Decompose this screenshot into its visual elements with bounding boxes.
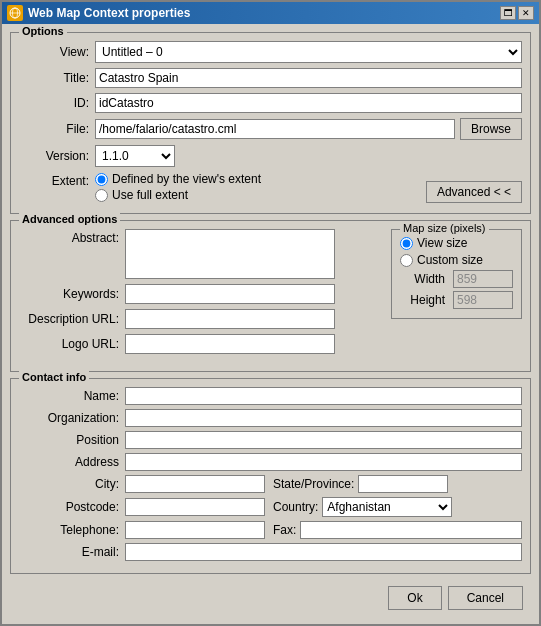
postcode-row: Postcode: Country: Afghanistan Albania A… [19,497,522,517]
extent-radio-view-input[interactable] [95,173,108,186]
keywords-input[interactable] [125,284,335,304]
description-url-input[interactable] [125,309,335,329]
telephone-input[interactable] [125,521,265,539]
custom-size-radio[interactable] [400,254,413,267]
cancel-button[interactable]: Cancel [448,586,523,610]
postcode-input[interactable] [125,498,265,516]
state-label: State/Province: [273,477,354,491]
extent-row: Extent: Defined by the view's extent Use… [19,172,426,202]
abstract-row: Abstract: [19,229,381,279]
view-row: View: Untitled – 0 [19,41,522,63]
name-label: Name: [19,389,119,403]
organization-row: Organization: [19,409,522,427]
name-row: Name: [19,387,522,405]
extent-radio-view[interactable]: Defined by the view's extent [95,172,426,186]
extent-option1-label: Defined by the view's extent [112,172,261,186]
address-row: Address [19,453,522,471]
height-row: Height [400,291,513,309]
position-label: Position [19,433,119,447]
view-select[interactable]: Untitled – 0 [95,41,522,63]
city-row: City: State/Province: [19,475,522,493]
extent-radio-full-input[interactable] [95,189,108,202]
contact-info-label: Contact info [19,371,89,383]
restore-button[interactable]: 🗖 [500,6,516,20]
title-bar-controls: 🗖 ✕ [500,6,534,20]
file-input[interactable] [95,119,455,139]
title-input[interactable] [95,68,522,88]
advanced-options-group: Advanced options Abstract: Keywords: Des… [10,220,531,372]
telephone-row: Telephone: Fax: [19,521,522,539]
width-label: Width [400,272,445,286]
close-button[interactable]: ✕ [518,6,534,20]
address-input[interactable] [125,453,522,471]
extent-label: Extent: [19,172,89,188]
telephone-label: Telephone: [19,523,119,537]
abstract-textarea[interactable] [125,229,335,279]
browse-button[interactable]: Browse [460,118,522,140]
options-group: Options View: Untitled – 0 Title: ID: Fi… [10,32,531,214]
logo-url-label: Logo URL: [19,337,119,351]
file-label: File: [19,122,89,136]
contact-info-group: Contact info Name: Organization: Positio… [10,378,531,574]
width-row: Width [400,270,513,288]
view-size-radio[interactable] [400,237,413,250]
logo-url-input[interactable] [125,334,335,354]
email-row: E-mail: [19,543,522,561]
window-title: Web Map Context properties [28,6,190,20]
view-label: View: [19,45,89,59]
title-row: Title: [19,68,522,88]
organization-label: Organization: [19,411,119,425]
postcode-label: Postcode: [19,500,119,514]
custom-size-row: Custom size [400,253,513,267]
title-label: Title: [19,71,89,85]
advanced-left-section: Abstract: Keywords: Description URL: Log… [19,229,381,359]
extent-radio-full[interactable]: Use full extent [95,188,426,202]
id-input[interactable] [95,93,522,113]
version-select[interactable]: 1.1.0 1.0.0 1.3.0 [95,145,175,167]
height-label: Height [400,293,445,307]
keywords-row: Keywords: [19,284,381,304]
view-size-row: View size [400,236,513,250]
main-window: Web Map Context properties 🗖 ✕ Options V… [0,0,541,626]
keywords-label: Keywords: [19,287,119,301]
bottom-buttons: Ok Cancel [10,580,531,616]
map-size-box: Map size (pixels) View size Custom size … [391,229,522,319]
city-label: City: [19,477,119,491]
extent-options: Defined by the view's extent Use full ex… [95,172,426,202]
title-bar: Web Map Context properties 🗖 ✕ [2,2,539,24]
email-input[interactable] [125,543,522,561]
view-size-label: View size [417,236,467,250]
advanced-top-section: Abstract: Keywords: Description URL: Log… [19,229,522,359]
width-input [453,270,513,288]
organization-input[interactable] [125,409,522,427]
options-group-label: Options [19,25,67,37]
map-size-label: Map size (pixels) [400,222,489,234]
email-label: E-mail: [19,545,119,559]
custom-size-label: Custom size [417,253,483,267]
advanced-button[interactable]: Advanced < < [426,181,522,203]
id-label: ID: [19,96,89,110]
fax-input[interactable] [300,521,522,539]
version-row: Version: 1.1.0 1.0.0 1.3.0 [19,145,522,167]
state-input[interactable] [358,475,448,493]
window-content: Options View: Untitled – 0 Title: ID: Fi… [2,24,539,624]
version-select-wrapper: 1.1.0 1.0.0 1.3.0 [95,145,175,167]
file-row: File: Browse [19,118,522,140]
id-row: ID: [19,93,522,113]
extent-option2-label: Use full extent [112,188,188,202]
name-input[interactable] [125,387,522,405]
advanced-options-label: Advanced options [19,213,120,225]
abstract-label: Abstract: [19,229,119,245]
height-input [453,291,513,309]
city-input[interactable] [125,475,265,493]
title-bar-left: Web Map Context properties [7,5,190,21]
globe-icon [7,5,23,21]
version-label: Version: [19,149,89,163]
ok-button[interactable]: Ok [388,586,441,610]
description-url-row: Description URL: [19,309,381,329]
description-url-label: Description URL: [19,312,119,326]
country-select[interactable]: Afghanistan Albania Algeria [322,497,452,517]
logo-url-row: Logo URL: [19,334,381,354]
address-label: Address [19,455,119,469]
position-input[interactable] [125,431,522,449]
